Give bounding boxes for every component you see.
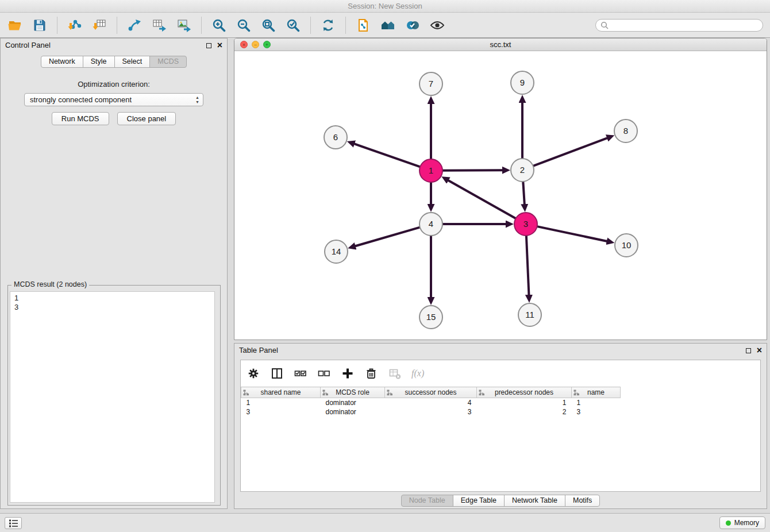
tab-node-table[interactable]: Node Table <box>401 495 453 507</box>
show-columns-icon[interactable] <box>270 367 284 380</box>
mcds-result-group: MCDS result (2 nodes) 13 <box>7 285 221 506</box>
clone-network-icon[interactable] <box>354 16 372 34</box>
import-table-from-file-icon[interactable] <box>90 16 109 34</box>
close-panel-icon[interactable]: × <box>757 346 762 355</box>
optimization-criterion-label: Optimization criterion: <box>1 80 227 88</box>
close-panel-button[interactable]: Close panel <box>117 112 176 125</box>
table-cell: 3 <box>241 407 321 417</box>
column-tree-icon <box>322 390 329 396</box>
refresh-view-icon[interactable] <box>319 16 337 34</box>
svg-text:3: 3 <box>523 219 528 229</box>
show-graphics-details-icon[interactable] <box>428 16 446 34</box>
column-header[interactable]: MCDS role <box>321 387 385 398</box>
tab-network-table[interactable]: Network Table <box>504 495 565 507</box>
network-canvas[interactable]: 7968124314101511 <box>234 51 767 340</box>
table-row[interactable]: 3dominator323 <box>241 407 621 417</box>
first-neighbors-icon[interactable] <box>379 16 397 34</box>
mcds-result-list[interactable]: 13 <box>10 291 215 503</box>
graph-node[interactable]: 9 <box>511 71 534 94</box>
export-image-icon[interactable] <box>175 16 193 34</box>
graph-edge[interactable] <box>523 182 525 205</box>
control-panel-title: Control Panel <box>5 41 51 49</box>
dropdown-arrows-icon: ▲▼ <box>195 95 199 105</box>
save-session-icon[interactable] <box>30 16 49 34</box>
control-panel-header: Control Panel × <box>1 38 227 52</box>
graph-node[interactable]: 14 <box>325 240 348 263</box>
table-cell: dominator <box>321 398 385 407</box>
delete-column-trash-icon[interactable] <box>364 367 378 380</box>
graph-node[interactable]: 8 <box>614 119 637 142</box>
svg-text:4: 4 <box>429 219 433 229</box>
column-tree-icon <box>479 390 485 396</box>
memory-button-label: Memory <box>734 519 759 527</box>
open-file-icon[interactable] <box>6 16 24 34</box>
graph-node[interactable]: 15 <box>419 306 442 329</box>
graph-node[interactable]: 6 <box>324 126 347 149</box>
delete-table-icon-disabled[interactable] <box>388 367 402 380</box>
apply-style-icon[interactable] <box>403 16 422 34</box>
graph-edge[interactable] <box>526 236 529 295</box>
zoom-fit-icon[interactable] <box>259 16 278 34</box>
graph-edge[interactable] <box>448 180 516 218</box>
svg-text:6: 6 <box>333 132 338 142</box>
column-header[interactable]: shared name <box>241 387 321 398</box>
tab-style[interactable]: Style <box>83 56 115 68</box>
graph-node[interactable]: 11 <box>518 303 541 326</box>
network-view-window: × − + scc.txt 7968124314101511 <box>234 38 767 340</box>
window-maximize-icon[interactable]: + <box>263 41 271 48</box>
column-header[interactable]: predecessor nodes <box>477 387 572 398</box>
deselect-all-columns-icon[interactable] <box>317 367 331 380</box>
add-column-icon[interactable] <box>341 367 355 380</box>
import-network-from-file-icon[interactable] <box>66 16 84 34</box>
tab-network[interactable]: Network <box>41 56 83 68</box>
window-minimize-icon[interactable]: − <box>252 41 259 48</box>
graph-edge[interactable] <box>537 226 607 241</box>
float-panel-icon[interactable] <box>206 43 211 48</box>
run-mcds-button[interactable]: Run MCDS <box>52 112 109 125</box>
show-panels-list-icon[interactable] <box>5 517 22 529</box>
zoom-out-icon[interactable] <box>234 16 253 34</box>
graph-node[interactable]: 1 <box>419 159 442 182</box>
export-table-icon[interactable] <box>150 16 168 34</box>
table-row[interactable]: 1dominator411 <box>241 398 621 407</box>
search-input[interactable] <box>611 21 758 29</box>
memory-button[interactable]: Memory <box>719 516 765 529</box>
graph-node[interactable]: 4 <box>419 213 442 236</box>
zoom-in-icon[interactable] <box>210 16 228 34</box>
graph-edge[interactable] <box>442 170 503 171</box>
mcds-result-line: 1 <box>14 294 210 303</box>
close-panel-icon[interactable]: × <box>217 41 222 50</box>
graph-edge[interactable] <box>355 228 420 246</box>
graph-edge[interactable] <box>533 138 607 166</box>
table-panel: Table Panel × <box>234 343 767 509</box>
zoom-selected-icon[interactable] <box>284 16 302 34</box>
column-header[interactable]: successor nodes <box>385 387 477 398</box>
tab-mcds[interactable]: MCDS <box>149 56 187 68</box>
window-close-icon[interactable]: × <box>240 41 248 48</box>
graph-node[interactable]: 7 <box>419 72 442 95</box>
tab-select[interactable]: Select <box>114 56 151 68</box>
graph-node[interactable]: 10 <box>615 234 638 257</box>
function-builder-icon-disabled[interactable]: f(x) <box>411 367 424 380</box>
table-panel-title: Table Panel <box>239 346 278 354</box>
table-cell: dominator <box>321 407 385 417</box>
toolbar-separator <box>310 17 311 34</box>
graph-node[interactable]: 3 <box>514 213 537 236</box>
float-panel-icon[interactable] <box>746 348 751 353</box>
column-header[interactable]: name <box>572 387 621 398</box>
table-cell: 1 <box>572 398 621 407</box>
export-network-icon[interactable] <box>125 16 144 34</box>
table-settings-gear-icon[interactable] <box>247 367 260 380</box>
tab-edge-table[interactable]: Edge Table <box>453 495 505 507</box>
svg-text:11: 11 <box>525 310 534 319</box>
search-box <box>595 19 763 32</box>
svg-text:2: 2 <box>520 165 525 175</box>
graph-edge[interactable] <box>354 144 420 167</box>
criterion-dropdown[interactable]: strongly connected component ▲▼ <box>24 93 203 106</box>
mcds-result-line: 3 <box>14 303 210 312</box>
tab-motifs[interactable]: Motifs <box>565 495 600 507</box>
application-window: Session: New Session <box>0 0 770 532</box>
select-all-columns-icon[interactable] <box>294 367 307 380</box>
graph-node[interactable]: 2 <box>511 159 534 182</box>
svg-text:8: 8 <box>623 126 628 136</box>
